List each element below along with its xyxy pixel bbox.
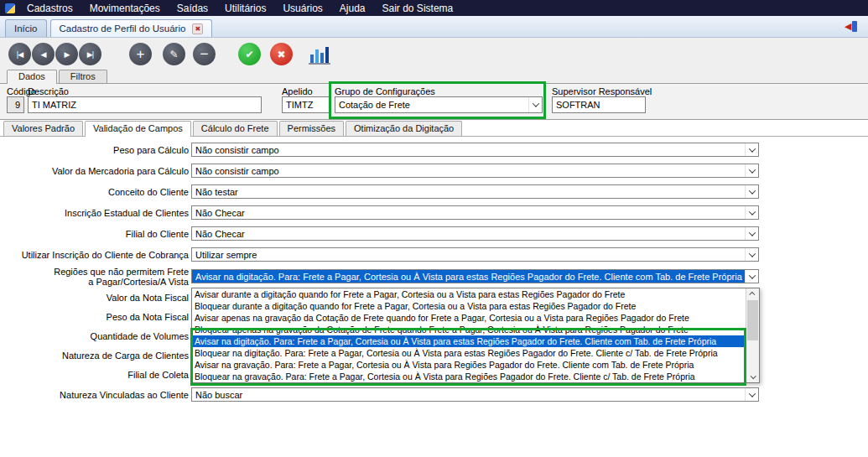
dropdown-list: Avisar durante a digitação quando for Fr… xyxy=(191,288,760,383)
section-tab-validacao-de-campos[interactable]: Validação de Campos xyxy=(85,121,191,137)
delete-record-button[interactable]: − xyxy=(193,43,216,65)
scroll-thumb[interactable] xyxy=(747,300,758,340)
close-tab-icon[interactable]: ✖ xyxy=(192,23,203,34)
insert-record-button[interactable]: + xyxy=(129,43,152,65)
section-tab-valores-padrao[interactable]: Valores Padrão xyxy=(3,121,83,136)
natureza-vinculada-combobox[interactable]: Não buscar xyxy=(191,387,759,402)
peso-calculo-combobox[interactable]: Não consistir campo xyxy=(191,143,759,157)
menu-item-saidas[interactable]: Saídas xyxy=(169,3,216,14)
first-record-button[interactable]: |◀ xyxy=(8,43,31,65)
inscricao-cobranca-combobox[interactable]: Utilizar sempre xyxy=(191,247,759,262)
popup-option[interactable]: Bloquear durante a digitação quando for … xyxy=(192,300,746,312)
valor-mercadoria-combobox[interactable]: Não consistir campo xyxy=(191,164,759,178)
subtab-filtros[interactable]: Filtros xyxy=(59,70,107,83)
form-row: Regiões que não permitem Frete a Pagar/C… xyxy=(0,265,868,288)
chevron-down-icon[interactable] xyxy=(745,143,758,156)
grupo-configuracoes-value: Cotação de Frete xyxy=(339,100,410,110)
popup-option[interactable]: Bloquear apenas na gravação da Cotação d… xyxy=(192,324,746,335)
scroll-down-icon[interactable] xyxy=(746,371,759,382)
codigo-input[interactable]: 9 xyxy=(7,96,24,113)
inscricao-cobranca-value: Utilizar sempre xyxy=(192,250,758,260)
grupo-configuracoes-combobox[interactable]: Cotação de Frete xyxy=(335,96,543,113)
chevron-down-icon[interactable] xyxy=(745,227,758,240)
menu-item-utilitarios[interactable]: Utilitários xyxy=(216,3,274,14)
scroll-up-icon[interactable] xyxy=(746,288,759,299)
chevron-down-icon[interactable] xyxy=(745,270,758,283)
record-toolbar: |◀ ◀ ▶ ▶| + ✎ − ✔ ✖ xyxy=(0,38,868,70)
prior-record-button[interactable]: ◀ xyxy=(32,43,55,65)
peso-calculo-label: Peso para Cálculo xyxy=(0,145,189,155)
menubar: Cadastros Movimentações Saídas Utilitári… xyxy=(0,0,868,16)
app-icon xyxy=(5,3,15,13)
popup-option[interactable]: Avisar durante a digitação quando for Fr… xyxy=(192,288,746,300)
form-row: Conceito do Cliente Não testar xyxy=(0,181,868,202)
regioes-frete-label-line1: Regiões que não permitem Frete xyxy=(54,267,189,277)
subtab-dados[interactable]: Dados xyxy=(7,70,57,84)
form-row: Utilizar Inscrição do Cliente de Cobranç… xyxy=(0,244,868,265)
menu-item-ajuda[interactable]: Ajuda xyxy=(331,3,374,14)
app-window: Cadastros Movimentações Saídas Utilitári… xyxy=(0,0,868,457)
valor-mercadoria-value: Não consistir campo xyxy=(192,166,758,176)
filial-cliente-value: Não Checar xyxy=(192,229,758,239)
menu-item-cadastros[interactable]: Cadastros xyxy=(18,3,81,14)
descricao-label: Descrição xyxy=(28,86,69,96)
regioes-frete-combobox[interactable]: Avisar na digitação. Para: Frete a Pagar… xyxy=(191,269,759,283)
section-tab-permissoes[interactable]: Permissões xyxy=(279,121,344,136)
scrollbar[interactable] xyxy=(746,288,759,382)
apelido-input[interactable]: TIMTZ xyxy=(282,96,330,113)
confirm-button[interactable]: ✔ xyxy=(238,43,261,65)
tab-inicio[interactable]: Início xyxy=(5,19,47,37)
supervisor-input[interactable]: SOFTRAN xyxy=(552,96,646,113)
next-record-button[interactable]: ▶ xyxy=(55,43,78,65)
regioes-frete-label-line2: a Pagar/Cortesia/A Vista xyxy=(88,277,189,287)
popup-option[interactable]: Avisar na gravação. Para: Frete a Pagar,… xyxy=(192,359,746,371)
section-tabs: Valores Padrão Validação de Campos Cálcu… xyxy=(0,120,868,137)
supervisor-label: Supervisor Responsável xyxy=(552,86,652,96)
popup-option[interactable]: Avisar na digitação. Para: Frete a Pagar… xyxy=(192,335,746,347)
edit-record-button[interactable]: ✎ xyxy=(163,43,185,65)
natureza-vinculada-label: Natureza Vinculadas ao Cliente xyxy=(0,390,189,400)
descricao-input[interactable]: TI MATRIZ xyxy=(28,96,262,113)
chevron-down-icon[interactable] xyxy=(745,248,758,261)
chevron-down-icon[interactable] xyxy=(745,388,758,401)
menu-item-movimentacoes[interactable]: Movimentações xyxy=(81,3,169,14)
dropdown-options: Avisar durante a digitação quando for Fr… xyxy=(192,288,746,382)
section-tab-calculo-do-frete[interactable]: Cálculo do Frete xyxy=(193,121,278,136)
chart-button[interactable] xyxy=(309,44,330,65)
conceito-cliente-value: Não testar xyxy=(192,187,758,197)
plus-icon: + xyxy=(137,46,145,63)
pencil-icon: ✎ xyxy=(169,49,178,60)
popup-option[interactable]: Bloquear na gravação. Para: Frete a Paga… xyxy=(192,371,746,382)
form-row: Inscrição Estadual de Clientes Não Checa… xyxy=(0,202,868,223)
filial-cliente-combobox[interactable]: Não Checar xyxy=(191,226,759,241)
chevron-down-icon[interactable] xyxy=(745,164,758,177)
chevron-down-icon[interactable] xyxy=(528,97,542,112)
cancel-button[interactable]: ✖ xyxy=(270,43,293,65)
tab-cadastro-perfil-usuario[interactable]: Cadastro de Perfil do Usuário ✖ xyxy=(50,19,213,37)
inscricao-estadual-combobox[interactable]: Não Checar xyxy=(191,205,759,220)
valor-nota-fiscal-label: Valor da Nota Fiscal xyxy=(0,293,189,303)
data-filter-tabs: Dados Filtros xyxy=(0,70,868,83)
chart-icon xyxy=(310,55,314,63)
form-row: Filial do Cliente Não Checar xyxy=(0,223,868,244)
tab-cadastro-label: Cadastro de Perfil do Usuário xyxy=(60,23,186,34)
menu-item-usuarios[interactable]: Usuários xyxy=(274,3,330,14)
first-record-icon: |◀ xyxy=(17,50,23,59)
popup-option[interactable]: Avisar apenas na gravação da Cotação de … xyxy=(192,312,746,324)
natureza-carga-label: Natureza de Carga de Clientes xyxy=(0,351,189,361)
grupo-configuracoes-label: Grupo de Configurações xyxy=(335,86,435,96)
form-row: Valor da Mercadoria para Cálculo Não con… xyxy=(0,160,868,181)
menu-item-sair-do-sistema[interactable]: Sair do Sistema xyxy=(374,3,462,14)
minus-icon: − xyxy=(200,46,209,63)
last-record-icon: ▶| xyxy=(87,50,93,59)
chevron-down-icon[interactable] xyxy=(745,206,758,219)
document-tabbar: Início Cadastro de Perfil do Usuário ✖ ◀ xyxy=(0,16,868,38)
natureza-vinculada-value: Não buscar xyxy=(192,390,758,400)
last-record-button[interactable]: ▶| xyxy=(79,43,101,65)
chevron-down-icon[interactable] xyxy=(745,185,758,198)
popup-option[interactable]: Bloquear na digitação. Para: Frete a Pag… xyxy=(192,347,746,359)
check-icon: ✔ xyxy=(245,49,253,60)
conceito-cliente-combobox[interactable]: Não testar xyxy=(191,184,759,199)
section-tab-otimizacao-digitacao[interactable]: Otimização da Digitação xyxy=(346,121,462,136)
exit-icon[interactable]: ◀ xyxy=(845,20,861,33)
